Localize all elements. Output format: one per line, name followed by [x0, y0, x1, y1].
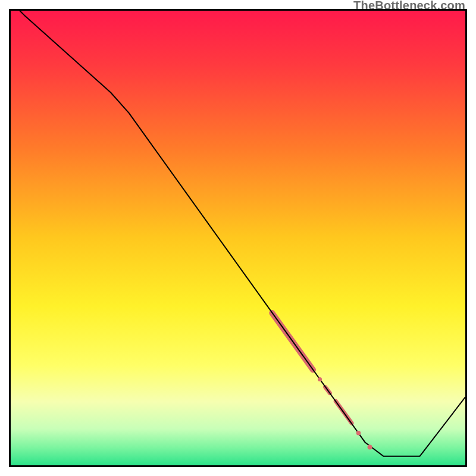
highlight-dot-1 [356, 431, 361, 436]
highlight-dot-0 [318, 377, 322, 381]
highlight-dot-2 [368, 444, 372, 449]
chart-svg [11, 11, 465, 465]
gradient-background [11, 11, 465, 465]
chart-container: TheBottleneck.com [0, 0, 476, 476]
plot-area [9, 9, 467, 467]
